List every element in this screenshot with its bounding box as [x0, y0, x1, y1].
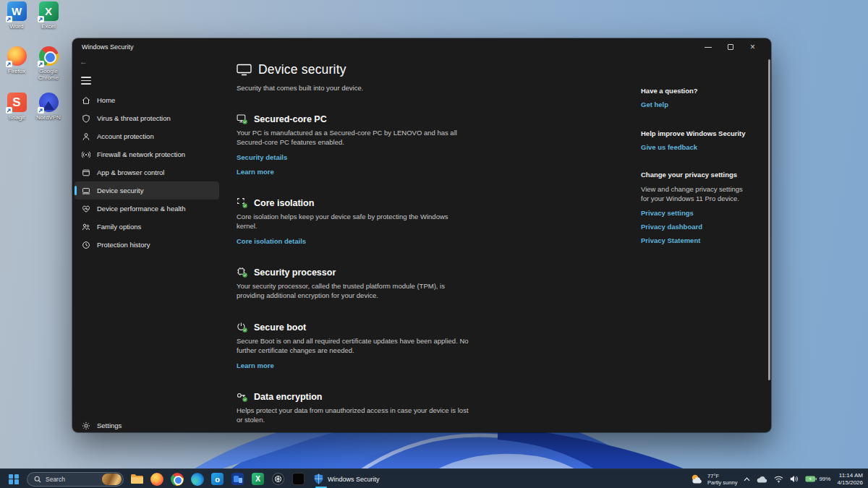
- onedrive-tray-icon[interactable]: [757, 476, 767, 483]
- weather-temperature: 77°F: [707, 473, 737, 479]
- close-icon: ×: [750, 43, 755, 51]
- search-box[interactable]: Search: [27, 472, 124, 487]
- speaker-icon: [790, 475, 799, 483]
- section-secure-boot: Secure boot Secure Boot is on and all re…: [237, 322, 469, 369]
- maximize-button[interactable]: [719, 39, 741, 55]
- section-description: Core isolation helps keep your device sa…: [237, 213, 469, 231]
- desktop-icon-label: Snagit: [0, 114, 33, 121]
- heart-health-icon: [82, 205, 90, 213]
- security-details-link[interactable]: Security details: [237, 153, 287, 161]
- sidebar-item-protection-history[interactable]: Protection history: [75, 236, 219, 254]
- learn-more-link[interactable]: Learn more: [237, 361, 274, 369]
- sidebar-item-label: Home: [97, 96, 115, 104]
- battery-percent: 99%: [819, 476, 830, 482]
- privacy-dashboard-link[interactable]: Privacy dashboard: [641, 223, 702, 231]
- history-clock-icon: [82, 241, 90, 249]
- hidden-icons-chevron[interactable]: [744, 477, 750, 481]
- sidebar-item-app-browser-control[interactable]: App & browser control: [75, 163, 219, 181]
- sidebar-item-device-performance-health[interactable]: Device performance & health: [75, 200, 219, 218]
- taskbar-file-explorer-icon[interactable]: [129, 471, 144, 487]
- volume-tray-icon[interactable]: [790, 475, 799, 483]
- tray-date: 4/15/2026: [837, 479, 863, 487]
- get-help-link[interactable]: Get help: [641, 100, 668, 108]
- shortcut-arrow-icon: [6, 61, 12, 67]
- privacy-settings-link[interactable]: Privacy settings: [641, 209, 694, 217]
- privacy-statement-link[interactable]: Privacy Statement: [641, 236, 700, 244]
- sidebar-item-virus-threat-protection[interactable]: Virus & threat protection: [75, 109, 219, 127]
- minimize-icon: [705, 47, 712, 48]
- taskbar-chatgpt-icon[interactable]: [271, 471, 286, 487]
- desktop-icon-label: Google Chrome: [32, 68, 65, 81]
- desktop-icon-label: Word: [0, 23, 33, 30]
- sidebar-item-family-options[interactable]: Family options: [75, 218, 219, 236]
- desktop-icon-word[interactable]: W Word: [0, 1, 33, 30]
- tray-time: 11:14 AM: [837, 472, 863, 479]
- core-isolation-details-link[interactable]: Core isolation details: [237, 237, 306, 245]
- person-icon: [82, 132, 90, 141]
- sidebar-item-firewall-network-protection[interactable]: Firewall & network protection: [75, 145, 219, 163]
- clock-widget[interactable]: 11:14 AM 4/15/2026: [837, 472, 863, 487]
- active-app-label: Windows Security: [328, 476, 380, 483]
- start-button[interactable]: [6, 471, 22, 487]
- minimize-button[interactable]: [697, 39, 719, 55]
- taskbar-edge-icon[interactable]: [190, 471, 205, 487]
- taskbar-excel-icon[interactable]: X: [250, 471, 265, 487]
- desktop-icon-nordvpn[interactable]: NordVPN: [32, 93, 65, 121]
- privacy-description: View and change privacy settings for you…: [641, 184, 749, 203]
- close-button[interactable]: ×: [741, 39, 764, 55]
- device-security-icon: [237, 64, 252, 76]
- wifi-icon: [774, 476, 783, 483]
- taskbar-firefox-icon[interactable]: [149, 471, 164, 487]
- desktop-icon-snagit[interactable]: S Snagit: [0, 93, 33, 121]
- sidebar-item-label: Settings: [97, 421, 122, 429]
- gear-icon: [82, 421, 90, 430]
- question-heading: Have a question?: [641, 87, 749, 95]
- shortcut-arrow-icon: [6, 16, 12, 22]
- learn-more-link[interactable]: Learn more: [237, 168, 274, 176]
- network-signal-icon: [82, 150, 90, 159]
- section-description: Your PC is manufactured as a Secured-cor…: [237, 129, 469, 147]
- back-button[interactable]: ←: [80, 57, 88, 66]
- sidebar-item-device-security[interactable]: Device security: [75, 181, 219, 200]
- give-feedback-link[interactable]: Give us feedback: [641, 143, 697, 151]
- sidebar-item-label: Virus & threat protection: [97, 114, 171, 122]
- home-icon: [82, 96, 90, 105]
- sidebar-item-label: Device security: [97, 187, 143, 194]
- family-icon: [82, 223, 90, 231]
- desktop-icon-chrome[interactable]: Google Chrome: [32, 46, 65, 81]
- sidebar-item-settings[interactable]: Settings: [75, 416, 219, 432]
- sidebar: Home Virus & threat protection Account p…: [75, 91, 219, 254]
- sidebar-settings: Settings: [75, 416, 219, 432]
- weather-widget[interactable]: 77°FPartly sunny: [690, 473, 737, 486]
- taskbar-black-app-icon[interactable]: [291, 471, 306, 487]
- taskbar-chrome-icon[interactable]: [169, 471, 184, 487]
- sidebar-item-label: Firewall & network protection: [97, 150, 185, 158]
- battery-tray-icon[interactable]: 99%: [805, 476, 830, 482]
- maximize-icon: [728, 44, 733, 50]
- section-secured-core-pc: Secured-core PC Your PC is manufactured …: [237, 114, 469, 176]
- wifi-tray-icon[interactable]: [774, 476, 783, 483]
- shortcut-arrow-icon: [38, 16, 44, 22]
- taskbar-phone-link-icon[interactable]: [230, 471, 245, 487]
- sidebar-item-label: Family options: [97, 223, 141, 231]
- section-security-processor: Security processor Your security process…: [237, 267, 469, 300]
- security-processor-icon: [237, 267, 247, 278]
- desktop-icon-excel[interactable]: X Excel: [32, 1, 65, 30]
- sidebar-item-account-protection[interactable]: Account protection: [75, 127, 219, 145]
- desktop-icon-firefox[interactable]: Firefox: [0, 46, 33, 74]
- menu-button[interactable]: [81, 77, 91, 85]
- page-subtitle: Security that comes built into your devi…: [237, 84, 469, 92]
- section-description: Helps protect your data from unauthorize…: [237, 406, 469, 424]
- vertical-scrollbar[interactable]: [768, 59, 770, 380]
- window-controls: ×: [697, 38, 764, 56]
- windows-logo-icon: [9, 474, 19, 484]
- back-arrow-icon: ←: [80, 57, 88, 66]
- battery-icon: [805, 476, 817, 482]
- shortcut-arrow-icon: [38, 107, 44, 114]
- search-placeholder: Search: [46, 476, 102, 483]
- taskbar-windows-security-app[interactable]: Windows Security: [311, 469, 383, 488]
- sidebar-item-home[interactable]: Home: [75, 91, 219, 109]
- cloud-icon: [757, 476, 767, 483]
- taskbar-outlook-icon[interactable]: [210, 471, 225, 487]
- windows-security-shield-icon: [314, 474, 323, 484]
